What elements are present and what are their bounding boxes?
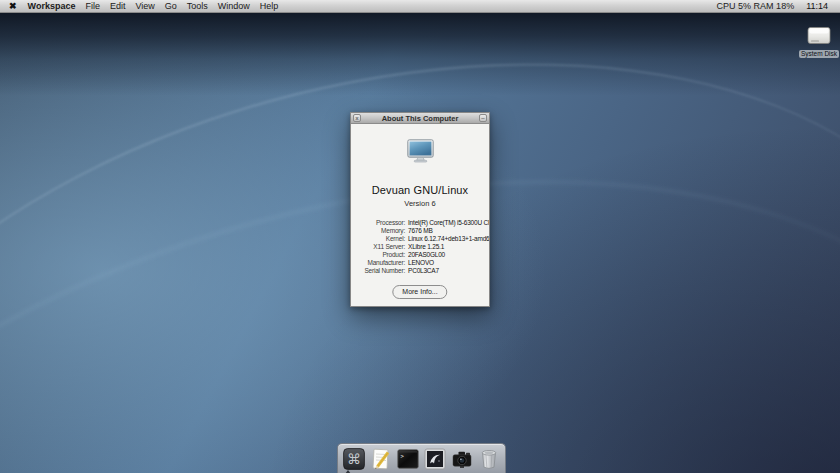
terminal-icon: > xyxy=(397,448,419,470)
computer-monitor-icon xyxy=(407,139,434,167)
os-version: Version 6 xyxy=(351,199,489,208)
info-row-manufacturer: Manufacturer: LENOVO xyxy=(351,259,489,267)
menu-view[interactable]: View xyxy=(130,0,159,13)
dock-item-terminal[interactable]: > xyxy=(397,448,419,470)
image-viewer-icon xyxy=(424,448,446,470)
desktop-icon-system-disk[interactable]: System Disk xyxy=(796,26,840,58)
dock-item-workspace[interactable]: ⌘ xyxy=(343,448,365,470)
menu-tools[interactable]: Tools xyxy=(182,0,213,13)
disk-icon-label: System Disk xyxy=(799,50,839,58)
clock: 11:14 xyxy=(800,1,840,11)
cpu-ram-monitor: CPU 5% RAM 18% xyxy=(711,1,801,11)
info-row-serial-number: Serial Number: PC0L3CA7 xyxy=(351,267,489,275)
menu-help[interactable]: Help xyxy=(255,0,284,13)
svg-text:⌘: ⌘ xyxy=(347,451,361,467)
info-row-kernel: Kernel: Linux 6.12.74+deb13+1-amd64 xyxy=(351,235,489,243)
menu-edit[interactable]: Edit xyxy=(105,0,131,13)
system-info-table: Processor: Intel(R) Core(TM) i5-6300U CP… xyxy=(351,219,489,275)
menu-window[interactable]: Window xyxy=(213,0,255,13)
info-row-memory: Memory: 7676 MB xyxy=(351,227,489,235)
trash-icon xyxy=(478,448,500,470)
info-row-product: Product: 20FAS0GL00 xyxy=(351,251,489,259)
window-title: About This Computer xyxy=(363,113,477,124)
menu-bar: ✖ Workspace File Edit View Go Tools Wind… xyxy=(0,0,840,13)
os-name: Devuan GNU/Linux xyxy=(351,184,489,196)
window-titlebar[interactable]: x About This Computer – xyxy=(351,113,489,124)
dock-item-camera[interactable] xyxy=(451,448,473,470)
menu-go[interactable]: Go xyxy=(160,0,182,13)
more-info-button[interactable]: More Info... xyxy=(392,285,447,299)
menu-workspace[interactable]: Workspace xyxy=(23,0,81,13)
desktop: ✖ Workspace File Edit View Go Tools Wind… xyxy=(0,0,840,473)
notepad-pencil-icon xyxy=(370,448,392,470)
dock-item-text-editor[interactable] xyxy=(370,448,392,470)
dock-item-trash[interactable] xyxy=(478,448,500,470)
hard-disk-icon xyxy=(807,26,831,49)
running-indicator xyxy=(345,470,351,473)
x11-logo-icon[interactable]: ✖ xyxy=(9,0,17,13)
dock: ⌘ > xyxy=(337,443,506,473)
about-window-body: Devuan GNU/Linux Version 6 Processor: In… xyxy=(351,124,489,307)
dock-item-image-viewer[interactable] xyxy=(424,448,446,470)
menu-file[interactable]: File xyxy=(80,0,105,13)
minimize-button[interactable]: – xyxy=(479,114,487,122)
workspace-command-icon: ⌘ xyxy=(343,448,365,470)
close-button[interactable]: x xyxy=(353,114,361,122)
info-row-processor: Processor: Intel(R) Core(TM) i5-6300U CP… xyxy=(351,219,489,227)
camera-icon xyxy=(451,448,473,470)
info-row-x11-server: X11 Server: XLibre 1.25.1 xyxy=(351,243,489,251)
about-window: x About This Computer – xyxy=(350,112,490,307)
